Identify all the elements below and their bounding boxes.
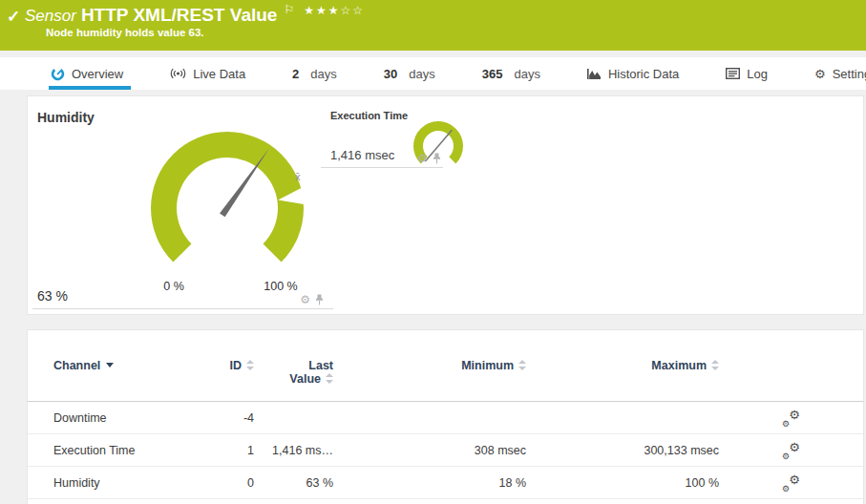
channel-maximum: 100 % — [526, 476, 719, 490]
gauge-min-label: 0 % — [155, 280, 193, 293]
tab-unit: days — [514, 67, 539, 81]
column-header-last-value[interactable]: Last Value — [254, 359, 333, 386]
channels-table-panel: Channel ID Last Value Minimum Maximum Do… — [27, 329, 864, 504]
channel-name[interactable]: Downtime — [28, 411, 225, 425]
sort-icon — [326, 373, 333, 384]
live-data-icon — [170, 67, 186, 80]
tab-settings[interactable]: ⚙ Settings — [814, 57, 866, 90]
channel-minimum: 18 % — [333, 476, 526, 490]
channel-settings-icon[interactable]: ⚙⚙ — [783, 410, 800, 426]
tab-unit: days — [409, 67, 434, 81]
tab-number: 30 — [384, 67, 397, 81]
column-header-id[interactable]: ID — [225, 359, 254, 372]
column-header-channel[interactable]: Channel — [28, 359, 225, 372]
channel-settings-icon[interactable]: ⚙⚙ — [783, 443, 800, 458]
sort-icon — [246, 360, 254, 370]
gauge-title: Execution Time — [330, 110, 408, 121]
sort-icon — [711, 360, 719, 370]
channel-id: -4 — [225, 411, 254, 425]
table-header-row: Channel ID Last Value Minimum Maximum — [28, 359, 863, 402]
widget-settings-icon[interactable]: ⚙ — [417, 153, 428, 164]
tab-label: Log — [747, 67, 768, 81]
channel-last-value: 63 % — [254, 476, 333, 490]
gauge-current-value: 63 % — [37, 288, 68, 304]
column-label: ID — [230, 359, 243, 372]
tab-log[interactable]: Log — [726, 57, 768, 90]
column-header-minimum[interactable]: Minimum — [333, 359, 526, 372]
execution-time-gauge-widget[interactable]: Execution Time 1,416 msec ⚙ — [321, 104, 443, 168]
channel-id: 0 — [225, 476, 254, 490]
tab-bar: Overview Live Data 2 days 30 days 365 da… — [0, 57, 866, 90]
sensor-header: ✓ SensorHTTP XML/REST Value⚐★★★☆☆ Node h… — [0, 0, 866, 51]
priority-stars[interactable]: ★★★☆☆ — [304, 4, 365, 17]
sort-icon — [518, 360, 526, 370]
channel-maximum: 300,133 msec — [526, 444, 719, 457]
column-label: Last — [308, 359, 333, 372]
tab-live-data[interactable]: Live Data — [170, 57, 245, 90]
humidity-gauge-widget[interactable]: Humidity x̄ 0 % 100 % 63 % ⚙ — [32, 104, 333, 309]
channel-settings-icon[interactable]: ⚙⚙ — [783, 475, 800, 491]
channel-name[interactable]: Humidity — [28, 476, 225, 490]
area-chart-icon — [587, 68, 602, 80]
channel-name[interactable]: Execution Time — [28, 444, 225, 457]
pin-icon[interactable] — [315, 294, 324, 305]
column-label: Minimum — [461, 359, 514, 372]
execution-time-gauge — [412, 119, 465, 175]
channel-last-value: 1,416 ms… — [254, 444, 333, 457]
tab-label: Overview — [72, 67, 123, 81]
column-header-maximum[interactable]: Maximum — [526, 359, 719, 372]
channel-minimum: 308 msec — [333, 444, 526, 457]
tab-label: Live Data — [193, 67, 245, 81]
channel-id: 1 — [225, 444, 254, 457]
table-row-humidity: Humidity 0 63 % 18 % 100 % ⚙⚙ — [28, 467, 863, 499]
humidity-gauge — [144, 104, 316, 274]
flag-icon[interactable]: ⚐ — [284, 3, 294, 16]
gauge-max-label: 100 % — [254, 280, 307, 293]
widget-settings-icon[interactable]: ⚙ — [300, 294, 310, 305]
column-label: Channel — [53, 359, 100, 372]
gear-icon: ⚙ — [814, 68, 826, 80]
table-row-downtime: Downtime -4 ⚙⚙ — [28, 402, 863, 434]
tab-label: Historic Data — [608, 67, 679, 81]
pin-icon[interactable] — [433, 153, 441, 164]
tab-overview[interactable]: Overview — [51, 57, 123, 90]
sort-desc-icon — [106, 363, 114, 368]
column-label: Maximum — [651, 359, 707, 372]
tab-number: 365 — [482, 67, 503, 81]
table-row-execution-time: Execution Time 1 1,416 ms… 308 msec 300,… — [28, 434, 863, 467]
tab-365-days[interactable]: 365 days — [482, 57, 540, 90]
column-label: Value — [289, 372, 321, 386]
tab-number: 2 — [292, 67, 299, 81]
tab-historic-data[interactable]: Historic Data — [587, 57, 679, 90]
tab-unit: days — [310, 67, 336, 81]
log-icon — [726, 68, 740, 79]
tab-label: Settings — [833, 67, 866, 81]
gauge-title: Humidity — [37, 110, 95, 125]
tab-2-days[interactable]: 2 days — [292, 57, 337, 90]
prtg-sensor-page: ✓ SensorHTTP XML/REST Value⚐★★★☆☆ Node h… — [0, 0, 866, 504]
gauge-icon — [51, 67, 65, 81]
gauge-current-value: 1,416 msec — [330, 148, 394, 162]
tab-30-days[interactable]: 30 days — [384, 57, 435, 90]
sensor-type-label: Sensor — [25, 7, 76, 25]
status-ok-icon: ✓ — [7, 7, 20, 27]
overview-gauges-panel: Humidity x̄ 0 % 100 % 63 % ⚙ Execution T… — [27, 95, 864, 315]
average-marker-label: x̄ — [295, 171, 301, 182]
sensor-title: HTTP XML/REST Value — [81, 5, 278, 25]
sensor-status-message: Node humidity holds value 63. — [46, 27, 204, 38]
